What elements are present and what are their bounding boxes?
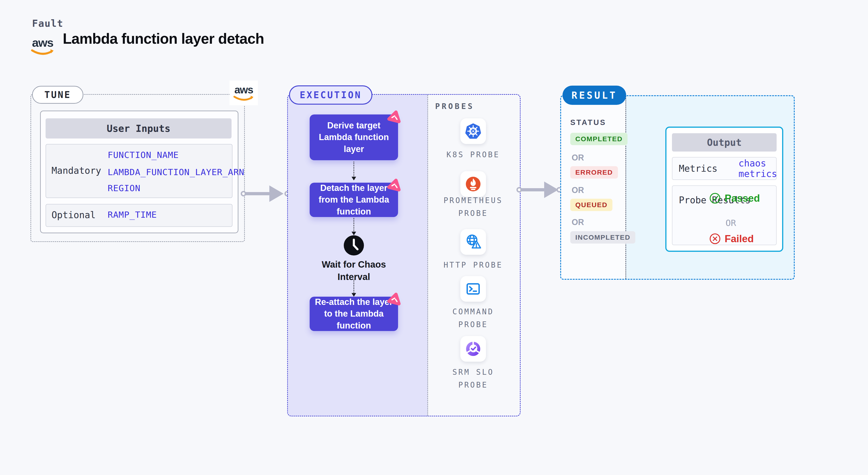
- flow-connector: [353, 280, 354, 292]
- aws-smile-icon: [31, 49, 55, 56]
- or-separator: OR: [571, 218, 584, 227]
- mandatory-label: Mandatory: [52, 165, 101, 176]
- result-pill: RESULT: [562, 86, 626, 105]
- passed-check-icon: [709, 192, 721, 204]
- metrics-label: Metrics: [679, 163, 717, 174]
- aws-logo-text: aws: [235, 85, 253, 95]
- command-terminal-icon: [464, 280, 482, 298]
- aws-logo-tune: aws: [229, 81, 258, 105]
- prometheus-icon: [464, 175, 482, 193]
- probe-results-row: Probe Results Passed OR Failed: [672, 185, 777, 245]
- probe-label-line: HTTP PROBE: [439, 259, 507, 272]
- node-reattach-layer: Re-attach the layer to the Lambda functi…: [310, 297, 398, 331]
- execution-pill: EXECUTION: [289, 85, 372, 105]
- probe-label-line: PROBE: [439, 207, 507, 220]
- metrics-row: Metrics chaos metrics: [672, 157, 777, 180]
- failed-result: Failed: [709, 233, 754, 245]
- kubernetes-icon: [464, 122, 482, 140]
- user-inputs-title: User Inputs: [45, 118, 231, 138]
- output-box: Output Metrics chaos metrics Probe Resul…: [665, 127, 783, 252]
- probe-label-line: PROBE: [439, 379, 507, 391]
- probe-label-line: PROMETHEUS: [439, 194, 507, 207]
- tune-pill: TUNE: [32, 86, 83, 104]
- http-probe-tile: [460, 229, 486, 255]
- k8s-probe-tile: [460, 118, 486, 144]
- flow-arrow-head: [544, 182, 558, 198]
- command-probe-label: COMMAND PROBE: [439, 305, 507, 331]
- probes-label: PROBES: [435, 102, 474, 111]
- status-badge-incompleted: INCOMPLETED: [570, 231, 635, 244]
- page-title: Lambda function layer detach: [63, 30, 264, 47]
- srm-slo-icon: [464, 340, 482, 358]
- chaos-metrics-link[interactable]: chaos metrics: [739, 158, 777, 179]
- passed-label: Passed: [725, 192, 760, 204]
- wait-chaos-interval-label: Wait for Chaos Interval: [310, 258, 397, 283]
- flow-connector: [353, 162, 354, 176]
- env-var-function-name: FUNCTION_NAME: [107, 150, 179, 160]
- or-separator: OR: [571, 153, 584, 162]
- clock-icon: [343, 235, 364, 256]
- output-title: Output: [672, 133, 777, 152]
- failed-x-icon: [709, 233, 721, 245]
- env-var-layer-arn: LAMBDA_FUNCTION_LAYER_ARN: [107, 167, 244, 177]
- probe-label-line: K8S PROBE: [439, 148, 507, 161]
- aws-logo: aws: [31, 37, 55, 56]
- flow-connector: [353, 218, 354, 231]
- command-probe-tile: [460, 276, 486, 302]
- probe-label-line: SRM SLO: [439, 366, 507, 379]
- env-var-region: REGION: [107, 183, 141, 193]
- fault-eyebrow: Fault: [32, 18, 63, 29]
- flow-arrow: [245, 192, 270, 195]
- probe-label-line: COMMAND: [439, 305, 507, 318]
- aws-smile-icon: [233, 95, 254, 102]
- or-separator: OR: [571, 185, 584, 195]
- passed-result: Passed: [709, 192, 760, 204]
- aws-logo-text: aws: [32, 37, 53, 49]
- status-badge-queued: QUEUED: [570, 199, 612, 211]
- status-badge-completed: COMPLETED: [570, 133, 627, 145]
- prometheus-probe-label: PROMETHEUS PROBE: [439, 194, 507, 220]
- failed-label: Failed: [725, 233, 754, 245]
- flow-connector-head: [351, 177, 356, 180]
- optional-label: Optional: [52, 210, 96, 220]
- srm-slo-probe-label: SRM SLO PROBE: [439, 366, 507, 391]
- node-label: Detach the layer from the Lambda functio…: [315, 182, 393, 218]
- http-probe-label: HTTP PROBE: [439, 259, 507, 272]
- node-detach-layer: Detach the layer from the Lambda functio…: [310, 183, 398, 217]
- status-badge-errored: ERRORED: [570, 166, 618, 179]
- node-label: Derive target Lambda function layer: [315, 120, 393, 155]
- k8s-probe-label: K8S PROBE: [439, 148, 507, 161]
- or-separator: OR: [725, 218, 736, 228]
- http-globe-warning-icon: [464, 233, 482, 251]
- node-derive-layer: Derive target Lambda function layer: [310, 115, 398, 160]
- status-label: STATUS: [570, 118, 606, 127]
- probe-label-line: PROBE: [439, 318, 507, 331]
- flow-arrow: [520, 188, 545, 191]
- node-label: Re-attach the layer to the Lambda functi…: [315, 296, 393, 331]
- prometheus-probe-tile: [460, 171, 486, 197]
- env-var-ramp-time: RAMP_TIME: [107, 210, 157, 220]
- flow-arrow-head: [269, 185, 283, 202]
- srm-slo-probe-tile: [460, 336, 486, 362]
